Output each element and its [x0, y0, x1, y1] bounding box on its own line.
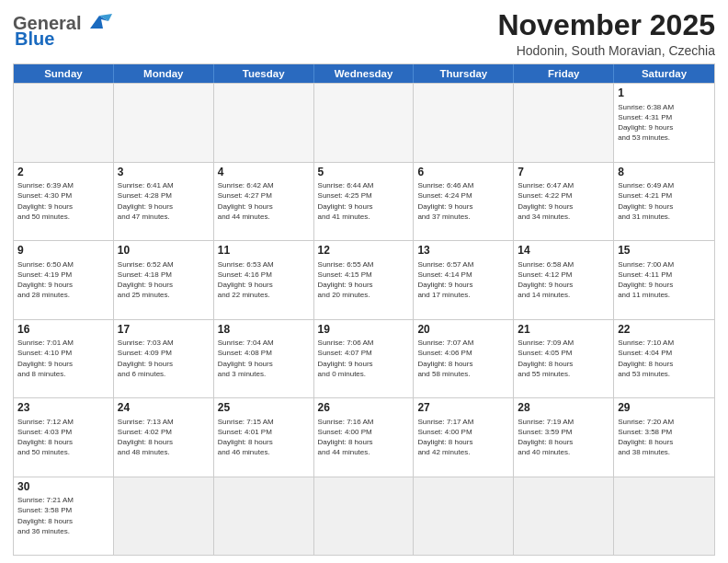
day-info: Sunrise: 6:49 AMSunset: 4:21 PMDaylight:… [618, 180, 711, 222]
day-number: 2 [17, 166, 109, 180]
day-cell-8: 8Sunrise: 6:49 AMSunset: 4:21 PMDaylight… [614, 163, 714, 240]
day-number: 12 [318, 244, 410, 259]
empty-cell [414, 84, 514, 161]
day-info: Sunrise: 6:47 AMSunset: 4:22 PMDaylight:… [518, 180, 609, 222]
day-number: 26 [318, 401, 410, 416]
logo-bird-icon [83, 12, 116, 32]
day-number: 24 [118, 401, 210, 416]
day-cell-26: 26Sunrise: 7:16 AMSunset: 4:00 PMDayligh… [314, 398, 415, 476]
weekday-header-wednesday: Wednesday [314, 64, 415, 83]
day-info: Sunrise: 7:20 AMSunset: 3:58 PMDaylight:… [618, 417, 711, 458]
day-number: 10 [118, 244, 210, 259]
calendar-week-3: 9Sunrise: 6:50 AMSunset: 4:19 PMDaylight… [14, 240, 714, 318]
calendar: SundayMondayTuesdayWednesdayThursdayFrid… [13, 63, 715, 556]
day-number: 17 [118, 323, 210, 338]
day-cell-9: 9Sunrise: 6:50 AMSunset: 4:19 PMDaylight… [14, 241, 114, 318]
day-info: Sunrise: 6:42 AMSunset: 4:27 PMDaylight:… [218, 180, 310, 222]
day-info: Sunrise: 6:52 AMSunset: 4:18 PMDaylight:… [118, 259, 210, 301]
calendar-title: November 2025 [497, 9, 715, 41]
empty-cell [314, 84, 415, 161]
day-number: 23 [17, 401, 109, 416]
day-cell-4: 4Sunrise: 6:42 AMSunset: 4:27 PMDaylight… [214, 163, 314, 240]
day-cell-15: 15Sunrise: 7:00 AMSunset: 4:11 PMDayligh… [614, 241, 714, 318]
empty-cell [214, 477, 314, 555]
empty-cell [314, 477, 415, 555]
day-number: 28 [518, 401, 609, 416]
day-cell-6: 6Sunrise: 6:46 AMSunset: 4:24 PMDaylight… [414, 163, 514, 240]
day-cell-21: 21Sunrise: 7:09 AMSunset: 4:05 PMDayligh… [514, 320, 614, 397]
day-cell-1: 1Sunrise: 6:38 AMSunset: 4:31 PMDaylight… [614, 84, 714, 161]
empty-cell [514, 84, 614, 161]
day-number: 6 [417, 166, 509, 180]
day-cell-23: 23Sunrise: 7:12 AMSunset: 4:03 PMDayligh… [14, 398, 114, 476]
calendar-header: SundayMondayTuesdayWednesdayThursdayFrid… [14, 64, 714, 83]
day-cell-29: 29Sunrise: 7:20 AMSunset: 3:58 PMDayligh… [614, 398, 714, 476]
day-info: Sunrise: 6:50 AMSunset: 4:19 PMDaylight:… [17, 259, 109, 301]
day-info: Sunrise: 7:10 AMSunset: 4:04 PMDaylight:… [618, 338, 711, 379]
calendar-week-2: 2Sunrise: 6:39 AMSunset: 4:30 PMDaylight… [14, 162, 714, 240]
title-block: November 2025 Hodonin, South Moravian, C… [497, 9, 715, 58]
day-number: 14 [518, 244, 609, 259]
day-info: Sunrise: 6:39 AMSunset: 4:30 PMDaylight:… [17, 180, 109, 222]
day-cell-10: 10Sunrise: 6:52 AMSunset: 4:18 PMDayligh… [114, 241, 214, 318]
calendar-week-1: 1Sunrise: 6:38 AMSunset: 4:31 PMDaylight… [14, 83, 714, 161]
empty-cell [214, 84, 314, 161]
day-info: Sunrise: 6:55 AMSunset: 4:15 PMDaylight:… [318, 259, 410, 301]
weekday-header-sunday: Sunday [14, 64, 114, 83]
day-number: 20 [417, 323, 509, 338]
day-info: Sunrise: 6:53 AMSunset: 4:16 PMDaylight:… [218, 259, 310, 301]
day-info: Sunrise: 6:44 AMSunset: 4:25 PMDaylight:… [318, 180, 410, 222]
empty-cell [114, 84, 214, 161]
day-info: Sunrise: 7:19 AMSunset: 3:59 PMDaylight:… [518, 417, 609, 458]
day-cell-14: 14Sunrise: 6:58 AMSunset: 4:12 PMDayligh… [514, 241, 614, 318]
day-cell-30: 30Sunrise: 7:21 AMSunset: 3:58 PMDayligh… [14, 477, 114, 555]
empty-cell [114, 477, 214, 555]
empty-cell [14, 84, 114, 161]
day-cell-28: 28Sunrise: 7:19 AMSunset: 3:59 PMDayligh… [514, 398, 614, 476]
day-number: 25 [218, 401, 310, 416]
day-info: Sunrise: 7:06 AMSunset: 4:07 PMDaylight:… [318, 338, 410, 379]
day-cell-11: 11Sunrise: 6:53 AMSunset: 4:16 PMDayligh… [214, 241, 314, 318]
day-cell-7: 7Sunrise: 6:47 AMSunset: 4:22 PMDaylight… [514, 163, 614, 240]
header: General Blue November 2025 Hodonin, Sout… [13, 9, 715, 58]
day-info: Sunrise: 7:03 AMSunset: 4:09 PMDaylight:… [118, 338, 210, 379]
day-number: 5 [318, 166, 410, 180]
weekday-header-saturday: Saturday [614, 64, 714, 83]
day-number: 13 [417, 244, 509, 259]
day-cell-18: 18Sunrise: 7:04 AMSunset: 4:08 PMDayligh… [214, 320, 314, 397]
day-cell-2: 2Sunrise: 6:39 AMSunset: 4:30 PMDaylight… [14, 163, 114, 240]
empty-cell [514, 477, 614, 555]
day-info: Sunrise: 7:07 AMSunset: 4:06 PMDaylight:… [417, 338, 509, 379]
day-cell-13: 13Sunrise: 6:57 AMSunset: 4:14 PMDayligh… [414, 241, 514, 318]
day-info: Sunrise: 7:16 AMSunset: 4:00 PMDaylight:… [318, 417, 410, 458]
day-info: Sunrise: 6:46 AMSunset: 4:24 PMDaylight:… [417, 180, 509, 222]
weekday-header-friday: Friday [514, 64, 614, 83]
day-number: 22 [618, 323, 711, 338]
day-number: 4 [218, 166, 310, 180]
day-number: 3 [118, 166, 210, 180]
day-number: 21 [518, 323, 609, 338]
day-info: Sunrise: 6:38 AMSunset: 4:31 PMDaylight:… [618, 102, 711, 144]
day-info: Sunrise: 7:00 AMSunset: 4:11 PMDaylight:… [618, 259, 711, 301]
day-number: 1 [618, 86, 711, 101]
calendar-week-5: 23Sunrise: 7:12 AMSunset: 4:03 PMDayligh… [14, 397, 714, 476]
day-number: 19 [318, 323, 410, 338]
weekday-header-tuesday: Tuesday [214, 64, 314, 83]
day-cell-25: 25Sunrise: 7:15 AMSunset: 4:01 PMDayligh… [214, 398, 314, 476]
day-info: Sunrise: 7:04 AMSunset: 4:08 PMDaylight:… [218, 338, 310, 379]
empty-cell [614, 477, 714, 555]
calendar-week-4: 16Sunrise: 7:01 AMSunset: 4:10 PMDayligh… [14, 319, 714, 397]
day-info: Sunrise: 6:41 AMSunset: 4:28 PMDaylight:… [118, 180, 210, 222]
weekday-header-thursday: Thursday [414, 64, 514, 83]
calendar-week-6: 30Sunrise: 7:21 AMSunset: 3:58 PMDayligh… [14, 477, 714, 555]
calendar-body: 1Sunrise: 6:38 AMSunset: 4:31 PMDaylight… [14, 83, 714, 555]
day-cell-22: 22Sunrise: 7:10 AMSunset: 4:04 PMDayligh… [614, 320, 714, 397]
day-cell-12: 12Sunrise: 6:55 AMSunset: 4:15 PMDayligh… [314, 241, 415, 318]
page: General Blue November 2025 Hodonin, Sout… [0, 0, 728, 563]
day-info: Sunrise: 7:17 AMSunset: 4:00 PMDaylight:… [417, 417, 509, 458]
day-number: 9 [17, 244, 109, 259]
day-info: Sunrise: 7:12 AMSunset: 4:03 PMDaylight:… [17, 417, 109, 458]
day-cell-3: 3Sunrise: 6:41 AMSunset: 4:28 PMDaylight… [114, 163, 214, 240]
day-number: 7 [518, 166, 609, 180]
day-number: 11 [218, 244, 310, 259]
